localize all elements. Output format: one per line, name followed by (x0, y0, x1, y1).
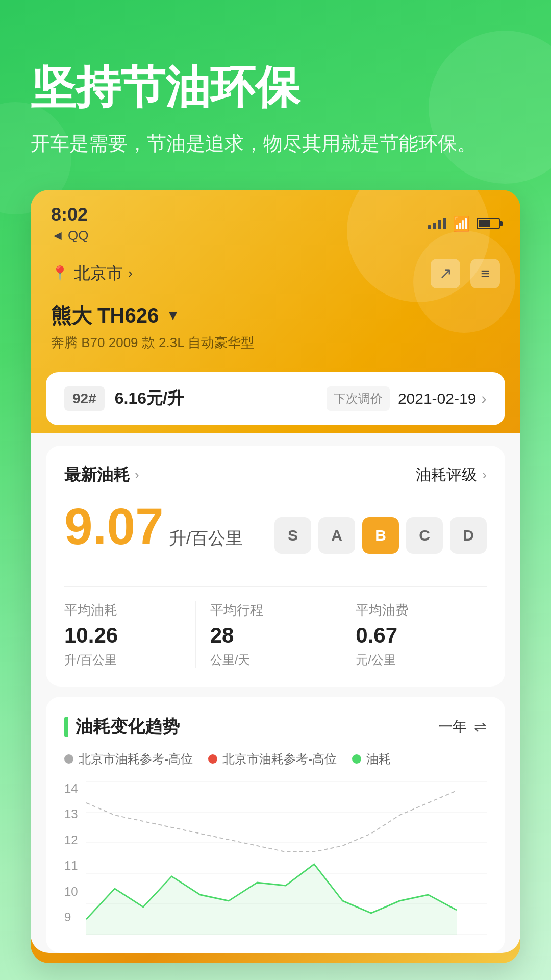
legend-item-actual: 油耗 (352, 751, 391, 767)
legend-label-actual: 油耗 (366, 751, 391, 767)
fuel-number-row: 9.07 升/百公里 (64, 501, 243, 552)
status-notification: ◄ QQ (51, 228, 88, 243)
legend-label-high-ref-red: 北京市油耗参考-高位 (222, 751, 337, 767)
stat-avg-cost-label: 平均油费 (356, 601, 487, 619)
fuel-header: 最新油耗 › 油耗评级 › (64, 464, 487, 486)
grade-btn-a[interactable]: A (318, 517, 355, 554)
legend-dot-red (208, 754, 217, 764)
legend-dot-green (352, 754, 361, 764)
oil-price-card: 92# 6.16元/升 下次调价 2021-02-19 › (46, 372, 505, 425)
hero-title: 坚持节油环保 (31, 61, 520, 113)
location-text: 北京市 (74, 262, 123, 285)
car-dropdown-icon: ▼ (166, 307, 180, 324)
filter-icon[interactable]: ⇌ (474, 718, 487, 736)
y-label-14: 14 (64, 781, 78, 796)
legend-dot-grey (64, 754, 73, 764)
oil-price-value: 6.16元/升 (115, 387, 327, 410)
trend-header: 油耗变化趋势 一年 ⇌ (64, 715, 487, 739)
stat-avg-cost: 平均油费 0.67 元/公里 (341, 601, 487, 668)
hero-subtitle: 开车是需要，节油是追求，物尽其用就是节能环保。 (31, 128, 520, 159)
trend-accent-bar (64, 717, 68, 737)
phone-card: 8:02 ◄ QQ 📶 (31, 190, 520, 963)
trend-period[interactable]: 一年 (438, 717, 467, 737)
status-time: 8:02 (51, 204, 88, 226)
trend-title: 油耗变化趋势 (76, 715, 180, 739)
stats-row: 平均油耗 10.26 升/百公里 平均行程 28 公里/天 平均油费 0.67 … (64, 586, 487, 668)
legend-item-high-ref-grey: 北京市油耗参考-高位 (64, 751, 193, 767)
car-name: 熊大 TH626 (51, 302, 159, 330)
fuel-card: 最新油耗 › 油耗评级 › 9.07 升/百公里 S A (46, 446, 505, 687)
grade-btn-b[interactable]: B (362, 517, 399, 554)
fuel-rating-label: 油耗评级 (416, 464, 477, 485)
stat-avg-fuel-label: 平均油耗 (64, 601, 195, 619)
y-label-9: 9 (64, 910, 78, 924)
y-label-11: 11 (64, 859, 78, 873)
stat-avg-cost-unit: 元/公里 (356, 652, 487, 668)
svg-marker-6 (86, 864, 457, 935)
fuel-rating-arrow-icon: › (482, 467, 487, 483)
y-label-12: 12 (64, 833, 78, 847)
battery-icon (477, 218, 500, 229)
car-model: 奔腾 B70 2009 款 2.3L 自动豪华型 (51, 334, 500, 352)
trend-card: 油耗变化趋势 一年 ⇌ 北京市油耗参考-高位 北京市油耗参考-高 (46, 697, 505, 953)
grade-btn-d[interactable]: D (450, 517, 487, 554)
y-label-13: 13 (64, 807, 78, 821)
stat-avg-fuel-value: 10.26 (64, 623, 195, 648)
stat-avg-dist-label: 平均行程 (210, 601, 341, 619)
trend-chart (86, 781, 487, 935)
location-pin-icon: 📍 (51, 265, 69, 282)
location-row[interactable]: 📍 北京市 › (51, 262, 133, 285)
stat-avg-fuel: 平均油耗 10.26 升/百公里 (64, 601, 195, 668)
oil-price-arrow-icon[interactable]: › (481, 389, 487, 408)
trend-title-row: 油耗变化趋势 (64, 715, 180, 739)
legend-label-high-ref-grey: 北京市油耗参考-高位 (79, 751, 193, 767)
grade-btn-c[interactable]: C (406, 517, 443, 554)
stat-avg-fuel-unit: 升/百公里 (64, 652, 195, 668)
grade-btn-s[interactable]: S (274, 517, 311, 554)
stat-avg-distance: 平均行程 28 公里/天 (195, 601, 341, 668)
stat-avg-cost-value: 0.67 (356, 623, 487, 648)
fuel-title: 最新油耗 (64, 464, 130, 486)
y-label-10: 10 (64, 885, 78, 899)
fuel-number: 9.07 (64, 501, 164, 552)
stat-avg-dist-unit: 公里/天 (210, 652, 341, 668)
chart-legend: 北京市油耗参考-高位 北京市油耗参考-高位 油耗 (64, 751, 487, 767)
fuel-title-row[interactable]: 最新油耗 › (64, 464, 139, 486)
fuel-rating-row[interactable]: 油耗评级 › (416, 464, 487, 485)
legend-item-high-ref-red: 北京市油耗参考-高位 (208, 751, 337, 767)
grade-buttons: S A B C D (274, 517, 487, 554)
next-adjust-date: 2021-02-19 (398, 390, 476, 407)
oil-grade: 92# (64, 386, 105, 411)
fuel-title-arrow-icon: › (135, 467, 139, 483)
next-adjust-label: 下次调价 (327, 386, 390, 411)
location-chevron-icon: › (128, 265, 133, 281)
hero-section: 坚持节油环保 开车是需要，节油是追求，物尽其用就是节能环保。 (31, 0, 520, 190)
stat-avg-dist-value: 28 (210, 623, 341, 648)
fuel-unit: 升/百公里 (169, 527, 243, 550)
